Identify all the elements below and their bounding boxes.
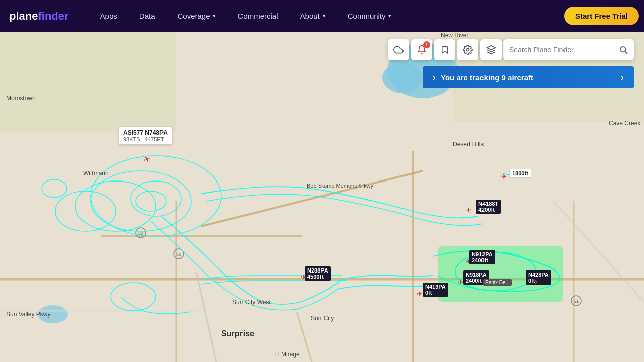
place-el-mirage: El Mirage xyxy=(274,351,300,358)
aircraft-icon-n912pa: ✈ xyxy=(465,257,472,266)
aircraft-icon-n4188t: ✈ xyxy=(465,206,471,215)
svg-point-22 xyxy=(91,171,191,231)
aircraft-icon-1800ft: ✈ xyxy=(500,173,507,182)
nav-data[interactable]: Data xyxy=(128,0,167,32)
place-bob-stump: Bob Stump Memorial/Pkwy xyxy=(307,183,373,189)
aircraft-label-id: ASI577 N748PA xyxy=(123,129,168,136)
tracking-text: You are tracking 9 aircraft xyxy=(441,73,533,82)
nav-commercial[interactable]: Commercial xyxy=(227,0,289,32)
place-sun-valley-pkwy: Sun Valley Pkwy xyxy=(6,311,50,318)
svg-point-21 xyxy=(91,156,221,236)
place-cave-creek: Cave Creek xyxy=(609,120,640,127)
layers-button[interactable] xyxy=(480,39,502,60)
bookmark-button[interactable] xyxy=(434,39,455,60)
tracking-banner[interactable]: › You are tracking 9 aircraft › xyxy=(423,66,634,88)
aircraft-label-data: 98KTS, 4475FT xyxy=(123,136,168,142)
about-chevron: ▾ xyxy=(323,13,326,19)
aircraft-label-1800ft[interactable]: 1800ft xyxy=(509,169,531,178)
aircraft-label-n288pa[interactable]: N288PA 4500ft xyxy=(305,266,331,281)
place-wittmann: Wittmann xyxy=(83,170,109,177)
weather-button[interactable] xyxy=(388,39,409,60)
place-sun-city-west: Sun City West xyxy=(232,299,271,306)
aircraft-icon-n428pa: ✈ xyxy=(533,278,539,286)
nav-apps[interactable]: Apps xyxy=(89,0,128,32)
svg-point-29 xyxy=(42,179,67,198)
tracking-chevron: › xyxy=(433,72,436,83)
place-morristown: Morristown xyxy=(6,95,36,102)
logo[interactable]: planefinder xyxy=(9,10,69,23)
search-bar xyxy=(503,39,634,60)
place-desert-hills: Desert Hills xyxy=(453,141,484,148)
place-label-phoenix-deer: Penix De... xyxy=(483,279,512,286)
search-input[interactable] xyxy=(503,46,613,54)
aircraft-tooltip-asi577[interactable]: ASI577 N748PA 98KTS, 4475FT xyxy=(119,127,172,145)
logo-text: plane xyxy=(9,10,38,22)
aircraft-icon-n918pa: ✈ xyxy=(457,278,464,286)
place-surprise: Surprise xyxy=(221,329,254,338)
place-new-river: New River xyxy=(441,32,468,39)
notification-button[interactable]: 1 xyxy=(411,39,432,60)
svg-point-32 xyxy=(467,49,469,51)
notification-badge: 1 xyxy=(423,41,430,48)
tracking-close[interactable]: › xyxy=(621,72,624,83)
search-icon[interactable] xyxy=(613,39,634,60)
settings-button[interactable] xyxy=(457,39,478,60)
aircraft-icon-n419pa: ✈ xyxy=(417,290,423,298)
aircraft-label-n912pa[interactable]: N912PA 2400ft xyxy=(469,250,495,264)
aircraft-label-n419pa[interactable]: N419PA 0ft xyxy=(423,283,448,297)
coverage-chevron: ▾ xyxy=(213,13,216,19)
toolbar: 1 xyxy=(388,39,502,60)
logo-highlight: finder xyxy=(38,10,68,22)
svg-point-23 xyxy=(75,181,156,231)
nav-coverage[interactable]: Coverage ▾ xyxy=(166,0,226,32)
nav-links: Apps Data Coverage ▾ Commercial About ▾ … xyxy=(89,0,564,32)
navbar: planefinder Apps Data Coverage ▾ Commerc… xyxy=(0,0,644,32)
svg-line-31 xyxy=(625,51,627,53)
nav-community[interactable]: Community ▾ xyxy=(337,0,403,32)
nav-about[interactable]: About ▾ xyxy=(289,0,337,32)
start-free-trial-button[interactable]: Start Free Trial xyxy=(564,7,639,25)
place-sun-city: Sun City xyxy=(311,315,334,322)
aircraft-label-n4188t[interactable]: N4188T 4200ft xyxy=(476,200,501,214)
svg-point-24 xyxy=(55,191,116,231)
community-chevron: ▾ xyxy=(388,13,391,19)
